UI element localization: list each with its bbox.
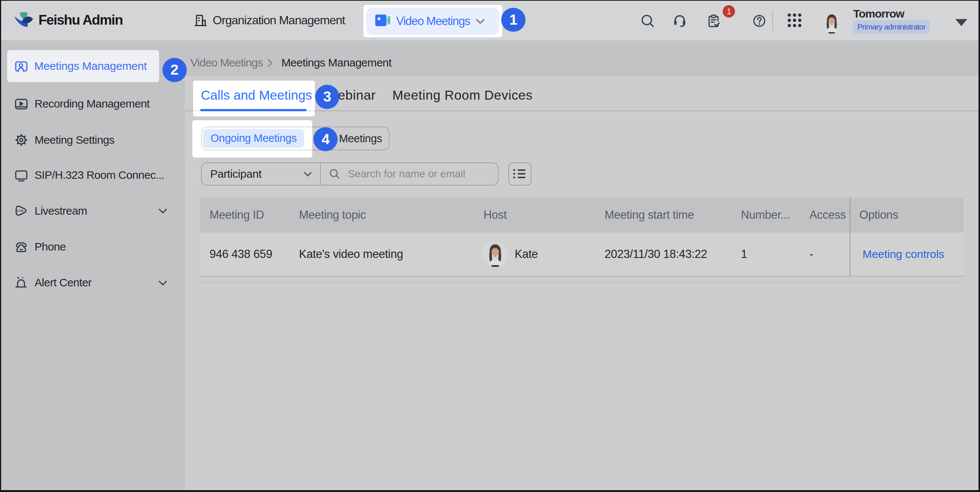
svg-text:LIVE: LIVE [17, 209, 24, 213]
